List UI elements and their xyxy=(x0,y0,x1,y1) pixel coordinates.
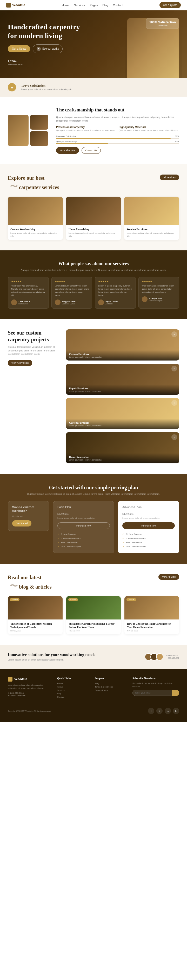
hero-stats: 1,200+ Satisfied Clients xyxy=(8,59,86,66)
pricing-section: Get started with our simple pricing plan… xyxy=(0,474,187,564)
stars-1: ★★★★★ xyxy=(11,280,46,283)
about-more-button[interactable]: More About Us xyxy=(56,147,79,154)
footer-link-home[interactable]: Home xyxy=(57,682,87,685)
pricing-quote-button[interactable]: Get Started xyxy=(12,520,32,527)
about-title: The craftsmanship that stands out xyxy=(56,107,179,113)
footer-bottom: Copyright © 2024 Woodsie. All rights res… xyxy=(8,704,179,714)
blog-card-1[interactable]: Tutorial The Evolution of Carpentry: Mod… xyxy=(8,596,63,634)
projects-all-button[interactable]: View All Projects xyxy=(8,360,32,366)
hero-quote-button[interactable]: Get a Quote xyxy=(8,45,30,52)
footer-link-services[interactable]: Services xyxy=(57,689,87,692)
progress-quality: Quality Craftsmanship 42% xyxy=(56,140,179,144)
about-image-main xyxy=(8,115,29,146)
services-title: Explore our best 〜 carpenter services xyxy=(8,175,59,191)
footer-link-about[interactable]: About xyxy=(57,685,87,689)
social-twitter-icon[interactable]: t xyxy=(156,708,163,714)
projects-section: See our custom carpentry projects Quisqu… xyxy=(0,319,187,474)
testimonials-section: What people say about our services Quisq… xyxy=(0,250,187,319)
blog-card-3[interactable]: Tutorial How to Choose the Right Carpent… xyxy=(124,596,179,634)
footer-link-contact[interactable]: Contact xyxy=(57,695,87,699)
play-icon: ▶ xyxy=(36,47,41,51)
service-image-3 xyxy=(124,197,179,225)
testimonial-card-3: ★★★★★ Lorem in ipsum Carpentry is, lorem… xyxy=(95,277,136,309)
project-card-4: Home Renovation Lorem ipsum dolor sit am… xyxy=(66,432,179,463)
blog-title: Read our latest 〜 blog & articles xyxy=(8,574,52,591)
hero-stat-clients: 1,200+ Satisfied Clients xyxy=(8,59,22,66)
about-contact-button[interactable]: Contact Us xyxy=(82,147,101,154)
about-buttons: More About Us Contact Us xyxy=(56,147,179,154)
footer-link-faq[interactable]: FAQ xyxy=(95,682,125,685)
social-linkedin-icon[interactable]: in xyxy=(165,708,171,714)
nav-services[interactable]: Services xyxy=(74,4,85,7)
curve-decoration: 〜 xyxy=(10,181,17,191)
pricing-title: Get started with our simple pricing plan xyxy=(8,484,179,491)
about-feature-1: Professional Carpentry Quisque lorem at … xyxy=(56,126,117,132)
nav-contact[interactable]: Contact xyxy=(113,4,123,7)
project-expand-1[interactable]: + xyxy=(171,331,177,337)
reviewer-avatar-4 xyxy=(142,296,147,302)
footer-top: Woodsie Lorem ipsum dolor sit amet conse… xyxy=(8,677,179,699)
service-card-3: Wooden Furniture Lorem ipsum dolor sit a… xyxy=(124,197,179,240)
pricing-subtitle: Quisque tempus lorem vestibulum in lorem… xyxy=(8,492,179,496)
project-expand-4[interactable]: + xyxy=(171,434,177,440)
about-images xyxy=(8,115,48,146)
testimonial-card-1: ★★★★★ Their team was professional, frien… xyxy=(8,277,49,309)
footer-link-blog[interactable]: Blog xyxy=(57,692,87,695)
blog-all-button[interactable]: View All Blog xyxy=(158,574,179,580)
reviewer-4: Ashley Chase Interior Designer xyxy=(142,296,176,302)
cta-contact[interactable]: Get in touch +205.197.871 xyxy=(166,655,179,659)
footer-link-terms[interactable]: Terms & Conditions xyxy=(95,685,125,689)
pricing-card-basic: Basic Plan $129.9/mo Lorem ipsum dolor s… xyxy=(53,501,114,553)
reviewer-avatar-2 xyxy=(55,299,60,305)
newsletter-form: → xyxy=(132,690,179,696)
nav-home[interactable]: Home xyxy=(62,4,69,7)
about-features: Professional Carpentry Quisque lorem at … xyxy=(56,126,179,132)
projects-title: See our custom carpentry projects xyxy=(8,329,60,343)
progress-satisfaction: Customer Satisfaction 93% xyxy=(56,135,179,139)
footer: Woodsie Lorem ipsum dolor sit amet conse… xyxy=(0,669,187,722)
pricing-card-advanced: Advanced Plan $429.9/mo Lorem ipsum dolo… xyxy=(118,501,179,553)
projects-description: Quisque tempus lorem vestibulum in lorem… xyxy=(8,345,60,356)
hero-works-button[interactable]: ▶ See our works xyxy=(33,45,63,53)
nav-pages[interactable]: Pages xyxy=(90,4,98,7)
about-description: Quisque tempus lorem vestibulum in lorem… xyxy=(56,116,179,123)
project-expand-2[interactable]: + xyxy=(171,366,177,371)
service-card-2: Home Remodeling Lorem ipsum dolor sit am… xyxy=(66,197,121,240)
blog-image-1: Tutorial xyxy=(8,596,63,619)
pricing-advanced-buy-button[interactable]: Purchase Now xyxy=(122,522,175,529)
hero-buttons: Get a Quote ▶ See our works xyxy=(8,45,86,53)
stars-4: ★★★★★ xyxy=(142,280,176,283)
blog-card-2[interactable]: Tutorial Sustainable Carpentry: Building… xyxy=(66,596,121,634)
footer-socials: f t in ▶ xyxy=(148,708,179,714)
newsletter-email-input[interactable] xyxy=(132,690,172,696)
social-facebook-icon[interactable]: f xyxy=(148,708,154,714)
service-card-1: Custom Woodworking Lorem ipsum dolor sit… xyxy=(8,197,63,240)
stars-3: ★★★★★ xyxy=(98,280,132,283)
pricing-advanced-features: 3+ New Concepts 3 Month Maintenance Free… xyxy=(122,532,175,549)
nav-blog[interactable]: Blog xyxy=(102,4,108,7)
project-card-1: Custom Furniture Lorem ipsum dolor sit a… xyxy=(66,329,179,361)
logo: Woodsie xyxy=(6,3,25,8)
footer-copyright: Copyright © 2024 Woodsie. All rights res… xyxy=(8,710,51,712)
pricing-basic-buy-button[interactable]: Purchase Now xyxy=(57,522,110,529)
social-youtube-icon[interactable]: ▶ xyxy=(173,708,179,714)
service-cards: Custom Woodworking Lorem ipsum dolor sit… xyxy=(8,197,179,240)
services-all-button[interactable]: All Services xyxy=(160,175,179,180)
services-section: Explore our best 〜 carpenter services Al… xyxy=(0,164,187,250)
satisfaction-icon: ★ xyxy=(8,83,16,91)
project-expand-3[interactable]: + xyxy=(171,400,177,406)
blog-cards: Tutorial The Evolution of Carpentry: Mod… xyxy=(8,596,179,634)
footer-quick-links-list: Home About Services Blog Contact xyxy=(57,682,87,699)
reviewer-2: Diego Malton Business Owner xyxy=(55,299,89,305)
nav-cta-button[interactable]: Get a Quote xyxy=(160,2,181,8)
footer-link-privacy[interactable]: Privacy Policy xyxy=(95,689,125,692)
blog-section: Read our latest 〜 blog & articles View A… xyxy=(0,564,187,645)
testimonial-card-2: ★★★★★ Lorem in ipsum Carpentry is, lorem… xyxy=(51,277,92,309)
about-content: The craftsmanship that stands out Quisqu… xyxy=(56,107,179,154)
newsletter-submit-button[interactable]: → xyxy=(172,690,179,696)
pricing-basic-features: 3 New Concepts 3 Month Maintenance Free … xyxy=(57,532,110,549)
reviewer-3: Ryan Torres Architect xyxy=(98,299,132,305)
project-card-3: Custom Furniture Lorem ipsum dolor sit a… xyxy=(66,398,179,429)
blog-header: Read our latest 〜 blog & articles View A… xyxy=(8,574,179,591)
blog-image-2: Tutorial xyxy=(66,596,121,619)
